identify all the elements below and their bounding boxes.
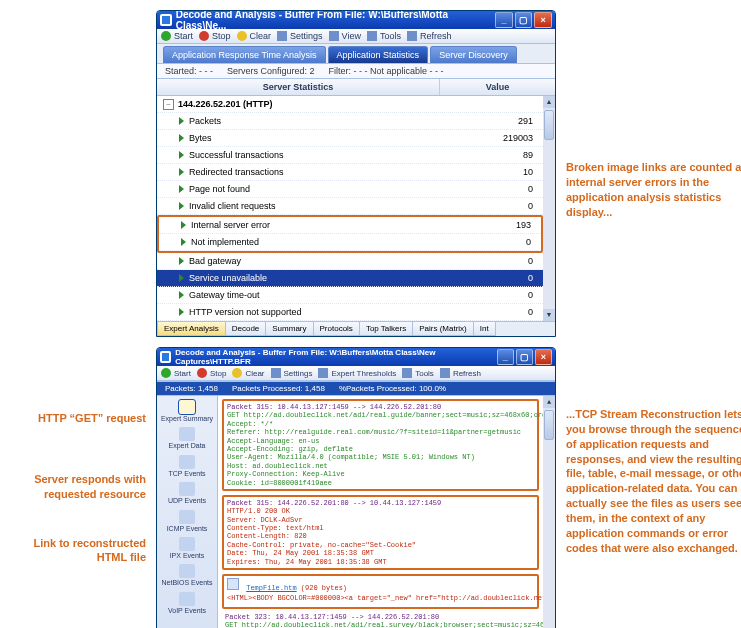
settings-button[interactable]: Settings [277, 31, 323, 41]
stop-button[interactable]: Stop [199, 31, 231, 41]
sidebar-item[interactable]: IPX Events [170, 537, 205, 560]
close-button[interactable]: × [534, 12, 552, 28]
stat-label: Gateway time-out [189, 290, 260, 300]
expert-sidebar: Expert SummaryExpert DataTCP EventsUDP E… [157, 396, 218, 628]
packet-header: Packet 315: 10.44.13.127:1459 --> 144.22… [227, 403, 534, 411]
thresholds-button[interactable]: Expert Thresholds [318, 368, 396, 378]
stat-row[interactable]: Invalid client requests0 [157, 198, 543, 215]
sidebar-item[interactable]: Expert Summary [161, 400, 213, 423]
title-bar[interactable]: Decode and Analysis - Buffer From File: … [157, 11, 555, 29]
stat-row[interactable]: Successful transactions89 [157, 147, 543, 164]
stat-row[interactable]: Bytes219003 [157, 130, 543, 147]
packet-body: HTTP/1.0 200 OK Server: DCLK-AdSvr Conte… [227, 507, 534, 566]
scroll-down-icon[interactable]: ▼ [543, 309, 555, 321]
start-button[interactable]: Start [161, 368, 191, 378]
stat-row[interactable]: Packets291 [157, 113, 543, 130]
arrow-right-icon [179, 257, 184, 265]
decode-analysis-window-2: Decode and Analysis - Buffer From File: … [156, 347, 556, 628]
tree-node-host[interactable]: −144.226.52.201 (HTTP) [157, 96, 543, 113]
sidebar-item[interactable]: TCP Events [168, 455, 205, 478]
scroll-up-icon[interactable]: ▲ [543, 396, 555, 408]
bottom-tab[interactable]: Top Talkers [359, 322, 413, 336]
stat-row[interactable]: Gateway time-out0 [157, 287, 543, 304]
view-menu[interactable]: View [329, 31, 361, 41]
column-header-stat[interactable]: Server Statistics [157, 79, 440, 95]
stat-row[interactable]: Redirected transactions10 [157, 164, 543, 181]
callout-server-response: Server responds with requested resource [10, 472, 146, 502]
minimize-button[interactable]: _ [495, 12, 513, 28]
vertical-scrollbar[interactable]: ▲ ▼ [543, 96, 555, 321]
sidebar-item[interactable]: VoIP Events [168, 592, 206, 615]
thresholds-icon [318, 368, 328, 378]
maximize-button[interactable]: ▢ [515, 12, 533, 28]
status-started: Started: - - - [165, 66, 213, 76]
stat-row[interactable]: Service unavailable0 [157, 270, 543, 287]
sidebar-item[interactable]: Expert Data [169, 427, 206, 450]
bottom-tab[interactable]: Int [473, 322, 496, 336]
sidebar-item-label: ICMP Events [167, 525, 208, 533]
sidebar-item-icon [179, 564, 195, 578]
clear-button[interactable]: Clear [232, 368, 264, 378]
refresh-button[interactable]: Refresh [407, 31, 452, 41]
sidebar-item[interactable]: NetBIOS Events [162, 564, 213, 587]
stat-row[interactable]: Page not found0 [157, 181, 543, 198]
tab-server-discovery[interactable]: Server Discovery [430, 46, 517, 63]
reconstructed-file-block[interactable]: TempFile.htm (920 bytes) <HTML><BODY BGC… [222, 574, 539, 609]
stat-value: 219003 [427, 133, 543, 143]
scroll-thumb[interactable] [544, 410, 554, 440]
start-button[interactable]: Start [161, 31, 193, 41]
bottom-tab[interactable]: Expert Analysis [157, 322, 226, 336]
stat-label: HTTP version not supported [189, 307, 301, 317]
maximize-button[interactable]: ▢ [516, 349, 533, 365]
stat-label: Invalid client requests [189, 201, 276, 211]
app-icon [160, 351, 171, 363]
tab-response-time[interactable]: Application Response Time Analysis [163, 46, 326, 63]
sidebar-item-icon [179, 455, 195, 469]
scroll-up-icon[interactable]: ▲ [543, 96, 555, 108]
column-header-value[interactable]: Value [440, 79, 555, 95]
arrow-right-icon [179, 274, 184, 282]
stat-value: 10 [427, 167, 543, 177]
tools-menu[interactable]: Tools [402, 368, 434, 378]
packet-block-request-2[interactable]: Packet 323: 10.44.13.127:1459 --> 144.22… [222, 613, 539, 628]
packets-status-bar: Packets: 1,458 Packets Processed: 1,458 … [157, 381, 555, 396]
stop-button[interactable]: Stop [197, 368, 226, 378]
callout-http-get: HTTP “GET” request [10, 411, 146, 426]
packet-block-response[interactable]: Packet 315: 144.226.52.201:80 --> 10.44.… [222, 495, 539, 570]
close-button[interactable]: × [535, 349, 552, 365]
sidebar-item[interactable]: UDP Events [168, 482, 206, 505]
bottom-tab[interactable]: Summary [265, 322, 313, 336]
settings-button[interactable]: Settings [271, 368, 313, 378]
refresh-button[interactable]: Refresh [440, 368, 481, 378]
sidebar-item[interactable]: ICMP Events [167, 510, 208, 533]
stat-row[interactable]: Internal server error193 [159, 217, 541, 234]
stat-value: 0 [427, 256, 543, 266]
bottom-tab[interactable]: Decode [225, 322, 267, 336]
clear-button[interactable]: Clear [237, 31, 272, 41]
bottom-tab[interactable]: Pairs (Matrix) [412, 322, 474, 336]
stat-label: Packets [189, 116, 221, 126]
status-packets: Packets: 1,458 [165, 384, 218, 393]
vertical-scrollbar[interactable]: ▲ ▼ [543, 396, 555, 628]
status-processed: Packets Processed: 1,458 [232, 384, 325, 393]
packet-block-request[interactable]: Packet 315: 10.44.13.127:1459 --> 144.22… [222, 399, 539, 491]
stat-row[interactable]: Not implemented0 [159, 234, 541, 251]
title-bar[interactable]: Decode and Analysis - Buffer From File: … [157, 348, 555, 366]
highlight-box-internal-error: Internal server error193Not implemented0 [157, 215, 543, 253]
statistics-grid: Server Statistics Value −144.226.52.201 … [157, 79, 555, 321]
minimize-button[interactable]: _ [497, 349, 514, 365]
stat-row[interactable]: HTTP version not supported0 [157, 304, 543, 321]
packet-body: GET http://ad.doubleclick.net/adi/real.s… [225, 621, 536, 628]
collapse-icon[interactable]: − [163, 99, 174, 110]
arrow-right-icon [179, 117, 184, 125]
sidebar-item-label: UDP Events [168, 497, 206, 505]
arrow-right-icon [179, 168, 184, 176]
tab-app-statistics[interactable]: Application Statistics [328, 46, 429, 63]
tools-menu[interactable]: Tools [367, 31, 401, 41]
tempfile-link[interactable]: TempFile.htm [246, 584, 296, 592]
bottom-tab[interactable]: Protocols [313, 322, 360, 336]
file-icon [227, 578, 239, 590]
stat-value: 291 [427, 116, 543, 126]
stat-row[interactable]: Bad gateway0 [157, 253, 543, 270]
scroll-thumb[interactable] [544, 110, 554, 140]
